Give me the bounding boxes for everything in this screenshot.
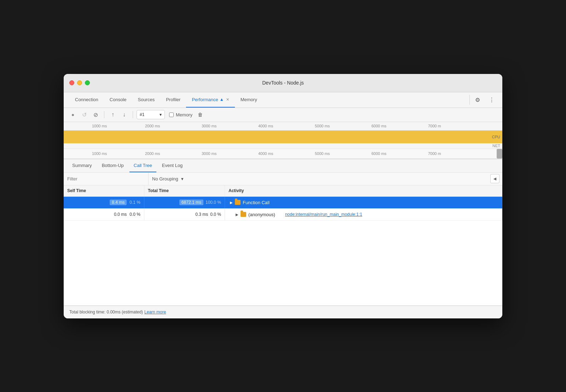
devtools-window: DevTools - Node.js Connection Console So… (64, 74, 502, 318)
folder-icon-1 (235, 200, 241, 205)
self-time-cell-1: 8.4 ms 0.1 % (64, 197, 144, 208)
activity-link-2[interactable]: node:internal/main/run_main_module:1:1 (285, 212, 362, 217)
tab-summary[interactable]: Summary (68, 159, 96, 172)
ruler-mark-1000: 1000 ms (92, 124, 107, 128)
tab-profiler[interactable]: Profiler (160, 92, 186, 108)
self-pct-value-1: 0.1 % (129, 200, 140, 205)
ruler-mark-6000: 6000 ms (371, 124, 386, 128)
toolbar: ● ↺ ⊘ ↑ ↓ #1 ▾ Memory 🗑 (64, 108, 502, 122)
total-time-cell-2: 0.3 ms 0.0 % (144, 209, 225, 220)
tab-bottom-up[interactable]: Bottom-Up (98, 159, 128, 172)
self-pct-value-2: 0.0 % (129, 212, 140, 217)
empty-rows (64, 221, 502, 306)
ruler-bottom-mark-2000: 2000 ms (145, 151, 160, 156)
self-time-value-2: 0.0 ms (114, 212, 127, 217)
ruler-mark-7000: 7000 m (428, 124, 441, 128)
tab-memory[interactable]: Memory (235, 92, 263, 108)
delete-icon: 🗑 (198, 112, 203, 117)
activity-name-2: (anonymous) (248, 212, 275, 217)
net-bar: NET (64, 143, 502, 149)
ruler-bottom-mark-3000: 3000 ms (202, 151, 216, 156)
tab-connection[interactable]: Connection (69, 92, 104, 108)
table-header: Self Time Total Time Activity (64, 185, 502, 197)
header-activity: Activity (225, 185, 502, 196)
header-total-time: Total Time (144, 185, 225, 196)
grouping-label: No Grouping (152, 176, 178, 181)
window-title: DevTools - Node.js (262, 80, 304, 86)
panel-toggle-icon: ◄ (492, 176, 497, 181)
ruler-bottom-mark-6000: 6000 ms (371, 151, 386, 156)
more-button[interactable]: ⋮ (487, 95, 497, 105)
timeline-ruler-top: 1000 ms 2000 ms 3000 ms 4000 ms 5000 ms … (64, 122, 502, 131)
clear-button[interactable]: ⊘ (91, 110, 100, 120)
nav-bar: Connection Console Sources Profiler Perf… (64, 92, 502, 108)
filter-bar-right: ◄ (490, 174, 502, 183)
cpu-bar: CPU (64, 131, 502, 143)
tab-call-tree[interactable]: Call Tree (129, 159, 156, 172)
tab-console[interactable]: Console (104, 92, 132, 108)
cpu-label: CPU (492, 135, 500, 139)
timeline-scrollbar[interactable] (497, 149, 502, 158)
total-time-value-2: 0.3 ms (195, 212, 208, 217)
timeline: 1000 ms 2000 ms 3000 ms 4000 ms 5000 ms … (64, 122, 502, 159)
tab-event-log[interactable]: Event Log (158, 159, 187, 172)
record-button[interactable]: ● (68, 110, 78, 120)
close-button[interactable] (69, 80, 74, 85)
total-pct-value-1: 100.0 % (206, 200, 221, 205)
expand-arrow-1[interactable]: ▶ (230, 201, 233, 204)
profile-id: #1 (140, 112, 144, 117)
total-time-cell-1: 6872.1 ms 100.0 % (144, 197, 225, 208)
filter-input-wrap (64, 173, 149, 185)
toolbar-separator-2 (133, 111, 133, 118)
reload-button[interactable]: ↺ (79, 110, 89, 120)
tab-performance[interactable]: Performance ▲ ✕ (186, 92, 235, 108)
download-button[interactable]: ↓ (119, 110, 129, 120)
tab-sources[interactable]: Sources (132, 92, 160, 108)
table-row[interactable]: 0.0 ms 0.0 % 0.3 ms 0.0 % ▶ (anonymous) … (64, 209, 502, 221)
grouping-select[interactable]: No Grouping ▾ (149, 176, 187, 181)
ruler-bottom-mark-1000: 1000 ms (92, 151, 107, 156)
profile-select[interactable]: #1 ▾ (137, 110, 165, 119)
self-time-value-1: 8.4 ms (110, 200, 127, 205)
profile-dropdown-arrow: ▾ (160, 112, 162, 117)
panel-toggle-button[interactable]: ◄ (490, 174, 499, 183)
nav-right: ⚙ ⋮ (473, 95, 497, 105)
minimize-button[interactable] (77, 80, 82, 85)
status-text: Total blocking time: 0.00ms (estimated) (69, 310, 143, 315)
traffic-lights (69, 80, 90, 85)
memory-checkbox-input[interactable] (169, 113, 174, 117)
folder-icon-2 (241, 212, 246, 217)
expand-arrow-2[interactable]: ▶ (236, 213, 238, 217)
nav-divider (469, 95, 470, 105)
upload-button[interactable]: ↑ (108, 110, 118, 120)
performance-close-icon[interactable]: ✕ (226, 97, 229, 102)
filter-input[interactable] (67, 176, 145, 181)
memory-checkbox-label: Memory (176, 112, 192, 117)
download-icon: ↓ (123, 111, 126, 118)
reload-icon: ↺ (82, 111, 87, 118)
title-bar: DevTools - Node.js (64, 74, 502, 92)
ruler-mark-5000: 5000 ms (315, 124, 330, 128)
nav-tabs: Connection Console Sources Profiler Perf… (69, 92, 467, 108)
activity-cell-1: ▶ Function Call (225, 197, 502, 208)
ruler-mark-3000: 3000 ms (202, 124, 216, 128)
ruler-bottom-mark-4000: 4000 ms (258, 151, 273, 156)
maximize-button[interactable] (85, 80, 90, 85)
clear-icon: ⊘ (93, 111, 98, 118)
ruler-mark-2000: 2000 ms (145, 124, 160, 128)
settings-button[interactable]: ⚙ (473, 95, 483, 105)
delete-profile-button[interactable]: 🗑 (195, 110, 205, 120)
ruler-mark-4000: 4000 ms (258, 124, 273, 128)
ruler-bottom-mark-7000: 7000 m (428, 151, 441, 156)
filter-bar: No Grouping ▾ ◄ (64, 173, 502, 185)
total-time-value-1: 6872.1 ms (179, 200, 203, 205)
learn-more-link[interactable]: Learn more (144, 310, 166, 315)
grouping-dropdown-arrow: ▾ (181, 176, 184, 181)
table-row[interactable]: 8.4 ms 0.1 % 6872.1 ms 100.0 % ▶ Functio… (64, 197, 502, 209)
header-self-time: Self Time (64, 185, 144, 196)
activity-name-1: Function Call (243, 200, 270, 205)
data-table: Self Time Total Time Activity 8.4 ms 0.1… (64, 185, 502, 306)
self-time-cell-2: 0.0 ms 0.0 % (64, 209, 144, 220)
gear-icon: ⚙ (475, 97, 480, 103)
ruler-bottom-mark-5000: 5000 ms (315, 151, 330, 156)
